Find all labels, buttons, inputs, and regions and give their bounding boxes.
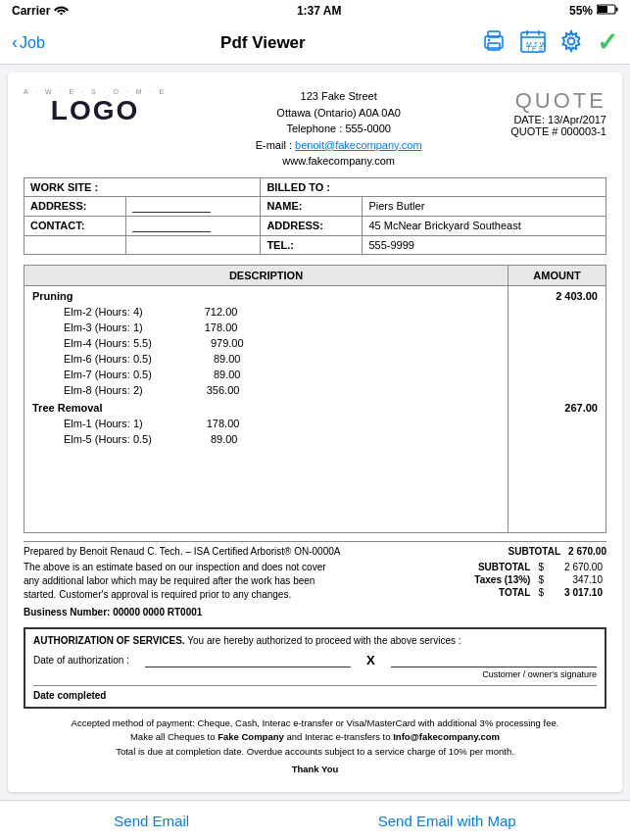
billed-address-val: 45 McNear Brickyard Southeast [363, 216, 606, 235]
sub-amount [509, 416, 606, 431]
category-amount: 267.00 [509, 398, 606, 416]
table-row [24, 490, 606, 512]
company-telephone: Telephone : 555-0000 [256, 121, 422, 137]
sub-desc: Elm-3 (Hours: 1) 178.00 [24, 320, 509, 335]
payment-line3: Total is due at completion date. Overdue… [24, 745, 606, 759]
sub-amount [509, 304, 606, 320]
taxes-row: Taxes (13%) $ 347.10 [470, 573, 606, 586]
date-completed-label: Date completed [33, 690, 106, 701]
sub-desc: Elm-7 (Hours: 0.5) 89.00 [24, 367, 509, 382]
wifi-icon [54, 4, 69, 18]
business-num: Business Number: 00000 0000 RT0001 [24, 606, 344, 619]
table-row: Elm-1 (Hours: 1) 178.00 [24, 416, 606, 431]
company-email: E-mail : benoit@fakecompany.com [256, 137, 422, 154]
logo-dots: A · W · E · S · O · M · E [24, 88, 167, 95]
sig-label: Customer / owner's signature [482, 669, 597, 679]
sub-amount [509, 367, 606, 382]
billed-address-label: ADDRESS: [261, 216, 363, 235]
date-val: 13/Apr/2017 [548, 114, 606, 125]
notes-text: The above is an estimate based on our in… [24, 561, 344, 602]
send-email-button[interactable]: Send Email [114, 813, 189, 829]
print-icon[interactable] [481, 30, 507, 55]
worksite-label: WORK SITE : [24, 177, 261, 196]
check-icon[interactable]: ✓ [597, 27, 618, 58]
desc-header: DESCRIPTION [24, 265, 509, 285]
tel-label: TEL.: [261, 235, 363, 254]
subtotal-val: 2 670.00 [568, 546, 606, 557]
quote-title: QUOTE [510, 88, 606, 114]
send-email-map-button[interactable]: Send Email with Map [378, 813, 516, 829]
back-button[interactable]: ‹ Job [12, 32, 45, 53]
auth-title-row: AUTHORIZATION OF SERVICES. You are hereb… [33, 635, 597, 646]
info-table: WORK SITE : BILLED TO : ADDRESS: NAME: P… [24, 177, 606, 255]
svg-point-14 [567, 38, 574, 45]
telephone-label: Telephone : [286, 123, 342, 134]
category-desc: Pruning [24, 285, 509, 304]
name-val: Piers Butler [363, 196, 606, 216]
tel-val: 555-9999 [363, 235, 606, 254]
pdf-document: A · W · E · S · O · M · E LOGO 123 Fake … [8, 73, 622, 792]
company-info: 123 Fake Street Ottawa (Ontario) A0A 0A0… [256, 88, 422, 170]
settings-icon[interactable] [559, 29, 583, 56]
sub-amount [509, 335, 606, 351]
company-address: 123 Fake Street [256, 88, 422, 105]
dollar2: $ [534, 573, 548, 586]
contact-label: CONTACT: [24, 216, 126, 235]
sub-amount [509, 351, 606, 367]
table-row: Pruning 2 403.00 [24, 285, 606, 304]
notes-area: The above is an estimate based on our in… [24, 561, 344, 619]
name-label: NAME: [261, 196, 363, 216]
svg-point-7 [488, 39, 490, 41]
prepared-by-text: Prepared by Benoit Renaud C. Tech. – ISA… [24, 546, 340, 557]
battery-icon [597, 4, 618, 18]
table-row: Elm-4 (Hours: 5.5) 979.00 [24, 335, 606, 351]
table-row: Elm-5 (Hours: 0.5) 89.00 [24, 431, 606, 447]
carrier-label: Carrier [12, 4, 50, 18]
svg-text:T  F  S: T F S [526, 45, 543, 52]
dollar3: $ [534, 586, 548, 599]
auth-subtitle: You are hereby authorized to proceed wit… [187, 635, 460, 646]
category-desc: Tree Removal [24, 398, 509, 416]
logo-text: LOGO [51, 95, 139, 126]
subtotal-label: SUBTOTAL [509, 546, 561, 557]
payment-line1: Accepted method of payment: Cheque, Cash… [24, 716, 606, 730]
email-val: benoit@fakecompany.com [295, 139, 422, 151]
auth-box: AUTHORIZATION OF SERVICES. You are hereb… [24, 627, 606, 709]
status-time: 1:37 AM [297, 4, 342, 18]
auth-date-underline [145, 652, 351, 667]
sig-line [391, 652, 597, 667]
company-city: Ottawa (Ontario) A0A 0A0 [256, 105, 422, 122]
bottom-bar: Send Email Send Email with Map [0, 800, 630, 840]
calendar-icon[interactable]: M T W T F S [520, 29, 546, 56]
total-row: TOTAL $ 3 017.10 [470, 586, 606, 599]
sig-area: Customer / owner's signature [33, 669, 597, 679]
payment-info: Accepted method of payment: Cheque, Cash… [24, 716, 606, 776]
payment-email: Info@fakecompany.com [393, 731, 500, 742]
auth-title: AUTHORIZATION OF SERVICES. [33, 635, 185, 646]
svg-rect-6 [488, 43, 500, 50]
subtotal2-label: SUBTOTAL [470, 561, 534, 573]
quote-num-val: 000003-1 [560, 125, 606, 137]
sub-amount [509, 320, 606, 335]
payment-line2-mid: and Interac e-transfers to [284, 731, 393, 742]
table-row: Elm-8 (Hours: 2) 356.00 [24, 382, 606, 398]
prepared-by: Prepared by Benoit Renaud C. Tech. – ISA… [24, 546, 340, 557]
totals-block: SUBTOTAL $ 2 670.00 Taxes (13%) $ 347.10… [470, 561, 606, 599]
status-right: 55% [569, 4, 618, 18]
nav-icons: M T W T F S ✓ [481, 27, 618, 58]
subtotal-first: SUBTOTAL 2 670.00 [509, 546, 606, 557]
subtotal2-val: 2 670.00 [548, 561, 606, 573]
svg-rect-2 [616, 8, 618, 12]
sub-amount [509, 382, 606, 398]
date-label: DATE: [513, 114, 545, 125]
x-mark: X [366, 653, 375, 667]
svg-rect-3 [598, 6, 607, 13]
address-val-left [126, 196, 261, 216]
company-website: www.fakecompany.com [256, 153, 422, 170]
sig-block: Customer / owner's signature [482, 669, 597, 679]
total-label: TOTAL [470, 586, 534, 599]
billed-label: BILLED TO : [261, 177, 606, 196]
sub-desc: Elm-6 (Hours: 0.5) 89.00 [24, 351, 509, 367]
sub-desc: Elm-4 (Hours: 5.5) 979.00 [24, 335, 509, 351]
payment-company: Fake Company [218, 731, 284, 742]
